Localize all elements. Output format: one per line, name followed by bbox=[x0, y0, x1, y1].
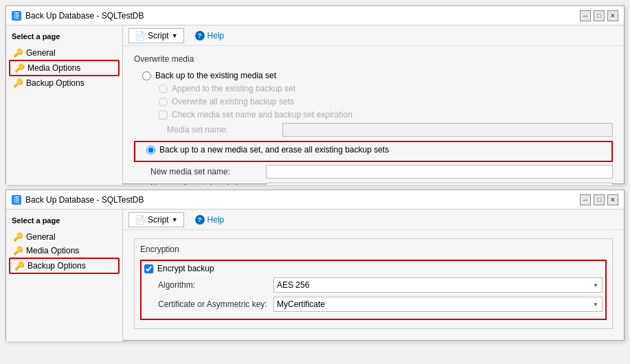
radio-overwrite-all: Overwrite all existing backup sets bbox=[159, 97, 613, 106]
window-backup-options: 🗄 Back Up Database - SQLTestDB ─ □ ✕ Sel… bbox=[5, 190, 625, 341]
new-media-desc-row: New media set description: bbox=[150, 183, 613, 185]
radio-overwrite-all-label: Overwrite all existing backup sets bbox=[172, 97, 294, 106]
window-body-2: Select a page 🔑 General 🔑 Media Options … bbox=[6, 209, 624, 341]
key-icon-backup-1: 🔑 bbox=[13, 78, 23, 88]
radio-append-label: Append to the existing backup set bbox=[172, 84, 295, 93]
title-bar-left-2: 🗄 Back Up Database - SQLTestDB bbox=[12, 195, 144, 205]
title-bar-controls-2: ─ □ ✕ bbox=[580, 194, 618, 205]
encrypt-backup-highlight: Encrypt backup Algorithm: AES 128 AES 19… bbox=[140, 260, 607, 320]
sidebar-label-general-2: General bbox=[26, 232, 56, 242]
encryption-section: Encryption Encrypt backup Algorithm: bbox=[134, 238, 613, 329]
title-bar-controls-1: ─ □ ✕ bbox=[580, 10, 618, 21]
title-bar-1: 🗄 Back Up Database - SQLTestDB ─ □ ✕ bbox=[6, 6, 624, 25]
checkbox-media-set-label: Check media set name and backup set expi… bbox=[172, 110, 352, 120]
media-set-name-row: Media set name: bbox=[167, 123, 613, 137]
close-button-2[interactable]: ✕ bbox=[607, 194, 618, 205]
maximize-button-1[interactable]: □ bbox=[594, 10, 605, 21]
script-button-2[interactable]: 📄 Script ▼ bbox=[128, 212, 184, 227]
sidebar-item-media-2[interactable]: 🔑 Media Options bbox=[9, 244, 120, 258]
key-icon-media-2: 🔑 bbox=[13, 246, 23, 255]
toolbar-2: 📄 Script ▼ ? Help bbox=[123, 209, 624, 230]
radio-existing-label: Back up to the existing media set bbox=[155, 71, 276, 80]
title-bar-2: 🗄 Back Up Database - SQLTestDB ─ □ ✕ bbox=[6, 190, 624, 209]
help-icon-2: ? bbox=[195, 215, 205, 225]
key-icon-backup-2: 🔑 bbox=[14, 261, 25, 271]
certificate-select[interactable]: MyCertificate bbox=[273, 297, 603, 312]
checkbox-media-set: Check media set name and backup set expi… bbox=[159, 110, 613, 120]
radio-overwrite-all-input[interactable] bbox=[159, 98, 168, 106]
window-body-1: Select a page 🔑 General 🔑 Media Options … bbox=[6, 25, 624, 185]
key-icon-general-1: 🔑 bbox=[13, 48, 23, 58]
radio-existing-media: Back up to the existing media set bbox=[142, 71, 613, 80]
sidebar-label-media-2: Media Options bbox=[26, 246, 79, 255]
script-icon-1: 📄 bbox=[135, 31, 145, 41]
help-label-1: Help bbox=[207, 31, 225, 41]
encryption-title: Encryption bbox=[140, 244, 607, 254]
close-button-1[interactable]: ✕ bbox=[607, 10, 618, 21]
media-set-name-input[interactable] bbox=[282, 123, 613, 137]
certificate-select-container: MyCertificate ▼ bbox=[273, 297, 603, 312]
window-title-2: Back Up Database - SQLTestDB bbox=[25, 195, 144, 205]
sidebar-item-general-1[interactable]: 🔑 General bbox=[9, 46, 120, 60]
window-title-1: Back Up Database - SQLTestDB bbox=[25, 11, 144, 21]
new-media-desc-input[interactable] bbox=[266, 183, 613, 185]
sidebar-label-backup-2: Backup Options bbox=[27, 261, 86, 271]
sidebar-label-media-1: Media Options bbox=[27, 63, 80, 73]
window-icon-2: 🗄 bbox=[12, 195, 21, 205]
certificate-label: Certificate or Asymmetric key: bbox=[158, 299, 268, 309]
new-media-name-label: New media set name: bbox=[150, 167, 260, 177]
help-label-2: Help bbox=[207, 215, 225, 225]
radio-new-media-label: Back up to a new media set, and erase al… bbox=[159, 145, 389, 155]
maximize-button-2[interactable]: □ bbox=[594, 194, 605, 205]
media-set-name-label: Media set name: bbox=[167, 125, 277, 135]
sidebar-header-1: Select a page bbox=[9, 31, 120, 42]
minimize-button-1[interactable]: ─ bbox=[580, 10, 591, 21]
script-button-1[interactable]: 📄 Script ▼ bbox=[128, 28, 184, 43]
content-area-1: 📄 Script ▼ ? Help Overwrite media Back u… bbox=[123, 25, 624, 185]
new-media-name-row: New media set name: bbox=[150, 165, 613, 179]
new-media-name-input[interactable] bbox=[266, 165, 613, 179]
help-icon-1: ? bbox=[195, 31, 205, 41]
sidebar-2: Select a page 🔑 General 🔑 Media Options … bbox=[6, 209, 123, 341]
content-body-2: Encryption Encrypt backup Algorithm: bbox=[123, 230, 624, 341]
sidebar-1: Select a page 🔑 General 🔑 Media Options … bbox=[6, 25, 123, 185]
help-button-1[interactable]: ? Help bbox=[190, 30, 230, 42]
script-dropdown-arrow-2: ▼ bbox=[172, 216, 178, 223]
algorithm-row: Algorithm: AES 128 AES 192 AES 256 Tripl… bbox=[158, 277, 603, 293]
radio2-highlight-box: Back up to a new media set, and erase al… bbox=[134, 141, 613, 162]
radio-append-input[interactable] bbox=[159, 84, 168, 93]
sidebar-item-backup-2[interactable]: 🔑 Backup Options bbox=[9, 258, 120, 274]
key-icon-general-2: 🔑 bbox=[13, 232, 23, 242]
sidebar-label-general-1: General bbox=[26, 48, 56, 58]
script-label-2: Script bbox=[148, 215, 169, 225]
title-bar-left-1: 🗄 Back Up Database - SQLTestDB bbox=[12, 11, 144, 21]
algorithm-label: Algorithm: bbox=[158, 280, 268, 290]
sidebar-item-backup-1[interactable]: 🔑 Backup Options bbox=[9, 76, 120, 90]
script-icon-2: 📄 bbox=[135, 215, 145, 225]
content-area-2: 📄 Script ▼ ? Help Encryption Encry bbox=[123, 209, 624, 341]
radio-existing-input[interactable] bbox=[142, 71, 151, 80]
algorithm-select-container: AES 128 AES 192 AES 256 Triple DES 3KEY … bbox=[273, 277, 603, 293]
sidebar-label-backup-1: Backup Options bbox=[26, 78, 85, 88]
script-dropdown-arrow-1: ▼ bbox=[172, 32, 178, 39]
script-label-1: Script bbox=[148, 31, 169, 41]
minimize-button-2[interactable]: ─ bbox=[580, 194, 591, 205]
help-button-2[interactable]: ? Help bbox=[190, 214, 230, 226]
checkbox-media-set-input[interactable] bbox=[159, 111, 168, 120]
window-media-options: 🗄 Back Up Database - SQLTestDB ─ □ ✕ Sel… bbox=[5, 5, 625, 184]
sidebar-item-media-1[interactable]: 🔑 Media Options bbox=[9, 60, 120, 76]
new-media-desc-label: New media set description: bbox=[150, 183, 260, 185]
content-body-1: Overwrite media Back up to the existing … bbox=[123, 46, 624, 185]
sidebar-header-2: Select a page bbox=[9, 215, 120, 226]
certificate-row: Certificate or Asymmetric key: MyCertifi… bbox=[158, 297, 603, 312]
algorithm-select[interactable]: AES 128 AES 192 AES 256 Triple DES 3KEY bbox=[273, 277, 603, 293]
encrypt-backup-label: Encrypt backup bbox=[157, 264, 214, 273]
window-icon-1: 🗄 bbox=[12, 11, 21, 21]
radio-new-media-input[interactable] bbox=[146, 146, 155, 155]
key-icon-media-1: 🔑 bbox=[14, 63, 25, 73]
sidebar-item-general-2[interactable]: 🔑 General bbox=[9, 230, 120, 244]
encrypt-backup-checkbox-row: Encrypt backup bbox=[144, 264, 603, 273]
encrypt-backup-checkbox[interactable] bbox=[144, 264, 153, 273]
toolbar-1: 📄 Script ▼ ? Help bbox=[123, 25, 624, 46]
overwrite-title: Overwrite media bbox=[134, 54, 613, 64]
